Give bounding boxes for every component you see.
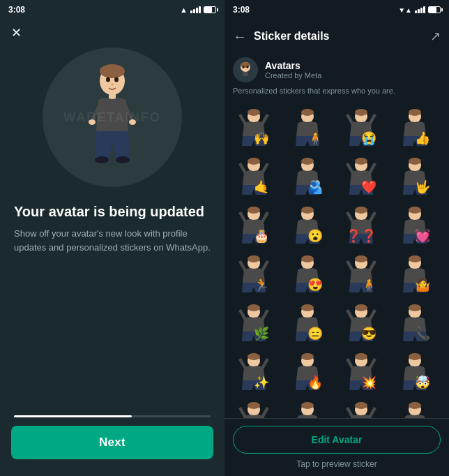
sticker-item[interactable]: 😎 bbox=[337, 299, 385, 346]
svg-point-12 bbox=[243, 66, 245, 68]
svg-point-56 bbox=[248, 353, 260, 360]
next-button[interactable]: Next bbox=[11, 426, 213, 459]
back-button[interactable]: ← bbox=[233, 29, 247, 45]
sticker-item[interactable]: 🤯 bbox=[391, 348, 439, 395]
svg-point-34 bbox=[301, 207, 314, 214]
svg-point-3 bbox=[114, 77, 119, 82]
sticker-item[interactable]: 💣 bbox=[391, 396, 439, 418]
signal-bar-2 bbox=[193, 9, 195, 13]
left-panel: 3:08 ▲ ✕ WABETAINFO bbox=[0, 0, 224, 476]
sticker-item[interactable]: 🏃 bbox=[230, 250, 277, 297]
svg-point-32 bbox=[248, 207, 260, 214]
sticker-item[interactable]: 🤟 bbox=[391, 152, 439, 200]
sticker-item[interactable]: 😮 bbox=[284, 201, 331, 248]
right-time: 3:08 bbox=[233, 5, 250, 15]
right-footer: Edit Avatar Tap to preview sticker bbox=[224, 418, 449, 476]
svg-point-1 bbox=[100, 64, 125, 78]
svg-point-22 bbox=[409, 109, 421, 116]
svg-point-54 bbox=[409, 304, 421, 311]
svg-point-52 bbox=[355, 304, 367, 311]
right-signal-icon bbox=[415, 6, 425, 13]
right-status-icons: ▼▲ bbox=[398, 6, 441, 14]
svg-point-6 bbox=[89, 119, 96, 125]
svg-point-4 bbox=[111, 84, 114, 86]
svg-point-16 bbox=[248, 109, 260, 116]
svg-point-40 bbox=[248, 255, 260, 262]
sticker-item[interactable]: 💓 bbox=[391, 201, 439, 248]
svg-point-38 bbox=[409, 207, 421, 214]
pack-desc: Personalized stickers that express who y… bbox=[224, 85, 449, 101]
svg-point-28 bbox=[355, 158, 367, 165]
sticker-item[interactable]: 📷 bbox=[284, 396, 331, 418]
left-status-icons: ▲ bbox=[180, 6, 216, 14]
header-title: Sticker details bbox=[254, 30, 423, 43]
svg-point-46 bbox=[409, 255, 421, 262]
svg-point-68 bbox=[355, 402, 367, 409]
sticker-item[interactable]: 🙌 bbox=[230, 103, 277, 151]
svg-point-64 bbox=[248, 402, 260, 409]
svg-point-26 bbox=[301, 158, 314, 165]
right-wifi-icon: ▼▲ bbox=[398, 6, 412, 14]
close-button[interactable]: ✕ bbox=[11, 25, 22, 40]
left-text-area: Your avatar is being updated Show off yo… bbox=[0, 187, 224, 404]
sticker-item[interactable]: 🧍 bbox=[284, 103, 331, 151]
svg-point-44 bbox=[355, 255, 367, 262]
avatar-circle: WABETAINFO bbox=[43, 47, 182, 187]
tap-preview-label: Tap to preview sticker bbox=[224, 456, 449, 476]
left-status-bar: 3:08 ▲ bbox=[0, 0, 224, 20]
sticker-item[interactable]: 📞 bbox=[391, 299, 439, 346]
pack-avatar-svg bbox=[236, 60, 255, 80]
pack-name: Avatars bbox=[265, 60, 321, 71]
svg-point-42 bbox=[301, 255, 314, 262]
edit-avatar-button[interactable]: Edit Avatar bbox=[233, 426, 441, 454]
sticker-item[interactable]: 😭 bbox=[337, 103, 385, 151]
svg-point-24 bbox=[248, 158, 260, 165]
svg-point-2 bbox=[106, 77, 110, 82]
right-panel: 3:08 ▼▲ ← Sticker details ↗ bbox=[224, 0, 449, 476]
signal-bar-4 bbox=[199, 6, 201, 13]
left-time: 3:08 bbox=[8, 5, 25, 15]
avatar-update-desc: Show off your avatar's new look with pro… bbox=[14, 227, 211, 254]
sticker-item[interactable]: 💯 bbox=[230, 396, 277, 418]
svg-point-18 bbox=[301, 109, 314, 116]
svg-point-11 bbox=[241, 62, 250, 68]
avatar-update-title: Your avatar is being updated bbox=[14, 204, 211, 220]
svg-point-66 bbox=[301, 402, 314, 409]
sticker-item[interactable]: ✨ bbox=[230, 348, 277, 395]
sticker-item[interactable]: 🌿 bbox=[230, 299, 277, 346]
sticker-item[interactable]: 🔥 bbox=[284, 348, 331, 395]
battery-fill bbox=[204, 7, 212, 13]
sticker-item[interactable]: 🎂 bbox=[230, 201, 277, 248]
next-button-container: Next bbox=[0, 417, 224, 476]
sticker-item[interactable]: 👍 bbox=[391, 103, 439, 151]
sticker-item[interactable]: 🧍 bbox=[337, 250, 385, 297]
pack-creator: Created by Meta bbox=[265, 71, 321, 80]
svg-point-50 bbox=[301, 304, 314, 311]
signal-bar-3 bbox=[196, 8, 198, 13]
share-icon[interactable]: ↗ bbox=[430, 29, 441, 44]
svg-point-36 bbox=[355, 207, 367, 214]
sticker-item[interactable]: 😑 bbox=[284, 299, 331, 346]
sticker-item[interactable]: 😍 bbox=[284, 250, 331, 297]
right-header: ← Sticker details ↗ bbox=[224, 20, 449, 53]
signal-bar-1 bbox=[190, 10, 192, 13]
right-battery-icon bbox=[428, 6, 441, 13]
sticker-item[interactable]: 🤷 bbox=[391, 250, 439, 297]
svg-point-30 bbox=[409, 158, 421, 165]
right-status-bar: 3:08 ▼▲ bbox=[224, 0, 449, 20]
sticker-item[interactable]: ❤️ bbox=[337, 152, 385, 200]
sticker-item[interactable]: 🫂 bbox=[284, 152, 331, 200]
sticker-item[interactable]: 💥 bbox=[337, 348, 385, 395]
sticker-item[interactable]: 🤙 bbox=[230, 152, 277, 200]
sticker-info-text: Avatars Created by Meta bbox=[265, 60, 321, 80]
svg-point-70 bbox=[409, 402, 421, 409]
svg-point-20 bbox=[355, 109, 367, 116]
svg-point-7 bbox=[129, 119, 136, 125]
svg-rect-14 bbox=[243, 72, 248, 76]
avatar-figure bbox=[81, 61, 144, 173]
sticker-item[interactable]: 🖥️ bbox=[337, 396, 385, 418]
sticker-item[interactable]: ❓❓ bbox=[337, 201, 385, 248]
wifi-icon: ▲ bbox=[180, 6, 188, 14]
svg-point-48 bbox=[248, 304, 260, 311]
svg-point-13 bbox=[247, 66, 249, 68]
